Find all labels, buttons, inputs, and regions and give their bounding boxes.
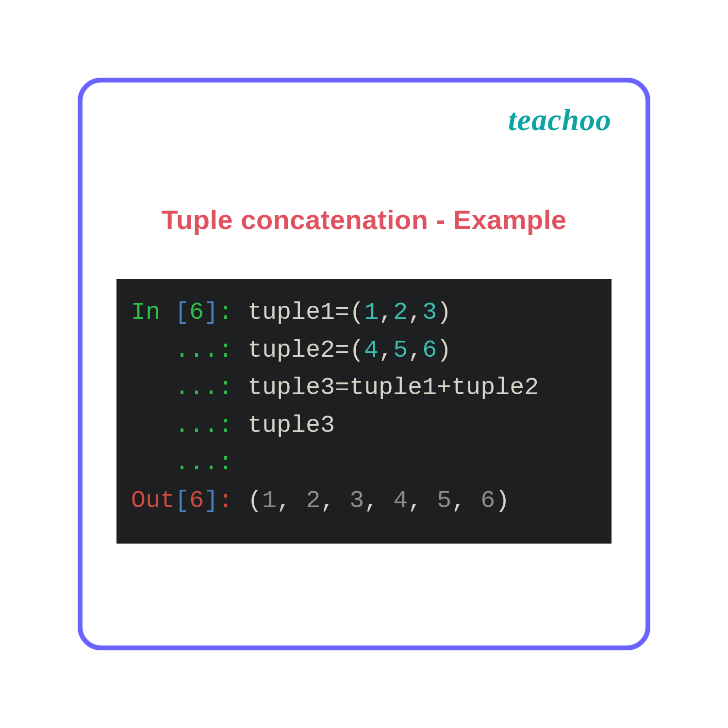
code-terminal: In [6]: tuple1=(1,2,3) ...: tuple2=(4,5,… [116, 279, 612, 544]
out-number: 4 [393, 487, 408, 514]
out-sep: , [320, 487, 349, 514]
code-comma: , [408, 298, 422, 326]
prompt-colon: : [218, 336, 248, 364]
out-number: 1 [262, 487, 277, 514]
out-paren: ) [495, 487, 510, 514]
bracket-close: ] [204, 298, 218, 326]
code-number: 6 [422, 336, 437, 364]
out-number: 3 [349, 487, 364, 514]
out-number: 2 [306, 487, 320, 514]
cont-dots: ... [131, 336, 218, 364]
cont-dots: ... [131, 412, 218, 439]
prompt-colon: : [218, 374, 248, 401]
code-text: tuple1=( [248, 298, 364, 326]
cell-number: 6 [189, 298, 204, 326]
code-number: 1 [364, 298, 379, 326]
out-sep: , [277, 487, 306, 514]
prompt-colon: : [218, 412, 248, 439]
code-number: 4 [364, 336, 379, 364]
code-text: ) [437, 298, 451, 326]
code-text: tuple2=( [248, 336, 364, 364]
code-text: tuple3 [248, 412, 335, 439]
code-number: 5 [393, 336, 408, 364]
in-prompt: In [131, 298, 175, 326]
out-number: 5 [437, 487, 451, 514]
code-comma: , [379, 336, 393, 364]
slide-card: teachoo Tuple concatenation - Example In… [78, 78, 650, 650]
code-number: 3 [422, 298, 437, 326]
code-text: tuple3=tuple1+tuple2 [248, 374, 539, 401]
prompt-colon: : [218, 298, 248, 326]
prompt-colon: : [218, 487, 248, 514]
code-comma: , [379, 298, 393, 326]
out-number: 6 [480, 487, 495, 514]
brand-logo: teachoo [508, 102, 612, 138]
bracket-open: [ [175, 298, 189, 326]
cont-dots: ... [131, 449, 218, 477]
bracket-open: [ [175, 487, 189, 514]
out-sep: , [408, 487, 437, 514]
cont-dots: ... [131, 374, 218, 401]
out-prompt: Out [131, 487, 175, 514]
cell-number: 6 [189, 487, 204, 514]
bracket-close: ] [204, 487, 218, 514]
out-paren: ( [248, 487, 262, 514]
code-number: 2 [393, 298, 408, 326]
code-text: ) [437, 336, 451, 364]
out-sep: , [451, 487, 480, 514]
slide-title: Tuple concatenation - Example [112, 204, 616, 235]
code-comma: , [408, 336, 422, 364]
prompt-colon: : [218, 449, 248, 477]
out-sep: , [364, 487, 393, 514]
